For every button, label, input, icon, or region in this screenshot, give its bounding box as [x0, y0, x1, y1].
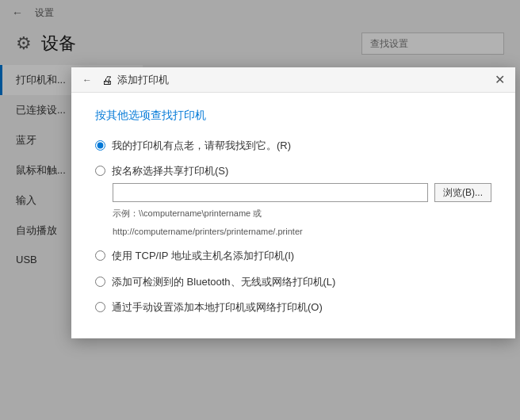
by-name-sub-content: 浏览(B)... 示例：\\computername\printername 或…: [113, 183, 491, 238]
dialog-titlebar-left: ← 🖨 添加打印机: [78, 71, 169, 90]
dialog-close-button[interactable]: ✕: [490, 71, 509, 90]
radio-group: 我的打印机有点老，请帮我找到它。(R) 按名称选择共享打印机(S) 浏览(B).…: [95, 139, 491, 315]
radio-item-manual[interactable]: 通过手动设置添加本地打印机或网络打印机(O): [95, 300, 491, 315]
printer-name-input[interactable]: [113, 183, 428, 202]
example-text-line1: 示例：\\computername\printername 或: [113, 207, 491, 220]
dialog-content: 按其他选项查找打印机 我的打印机有点老，请帮我找到它。(R) 按名称选择共享打印…: [71, 93, 515, 338]
radio-old-printer[interactable]: [95, 140, 105, 151]
example-text-line2: http://computername/printers/printername…: [113, 225, 491, 239]
radio-bluetooth[interactable]: [95, 277, 105, 287]
add-printer-dialog: ← 🖨 添加打印机 ✕ 按其他选项查找打印机 我的打印机有点老，请帮我找到它。(…: [71, 67, 515, 338]
radio-item-tcp[interactable]: 使用 TCP/IP 地址或主机名添加打印机(I): [95, 249, 491, 263]
dialog-titlebar: ← 🖨 添加打印机 ✕: [71, 67, 515, 93]
browse-button[interactable]: 浏览(B)...: [434, 183, 491, 202]
dialog-title: 添加打印机: [117, 73, 169, 87]
radio-item-by-name-wrapper: 按名称选择共享打印机(S) 浏览(B)... 示例：\\computername…: [95, 164, 491, 238]
radio-tcp[interactable]: [95, 250, 105, 261]
radio-by-name[interactable]: [95, 166, 105, 176]
radio-label-old-printer: 我的打印机有点老，请帮我找到它。(R): [112, 139, 291, 153]
printer-icon: 🖨: [101, 74, 113, 86]
radio-label-by-name: 按名称选择共享打印机(S): [112, 164, 228, 178]
radio-manual[interactable]: [95, 302, 105, 312]
by-name-input-row: 浏览(B)...: [113, 183, 491, 202]
radio-label-tcp: 使用 TCP/IP 地址或主机名添加打印机(I): [112, 249, 294, 263]
radio-label-bluetooth: 添加可检测到的 Bluetooth、无线或网络打印机(L): [112, 275, 335, 289]
radio-item-bluetooth[interactable]: 添加可检测到的 Bluetooth、无线或网络打印机(L): [95, 275, 491, 289]
radio-label-manual: 通过手动设置添加本地打印机或网络打印机(O): [112, 300, 323, 315]
find-printer-link[interactable]: 按其他选项查找打印机: [95, 109, 206, 123]
radio-item-old-printer[interactable]: 我的打印机有点老，请帮我找到它。(R): [95, 139, 491, 153]
dialog-back-button[interactable]: ←: [78, 71, 97, 90]
radio-item-by-name[interactable]: 按名称选择共享打印机(S): [95, 164, 491, 178]
